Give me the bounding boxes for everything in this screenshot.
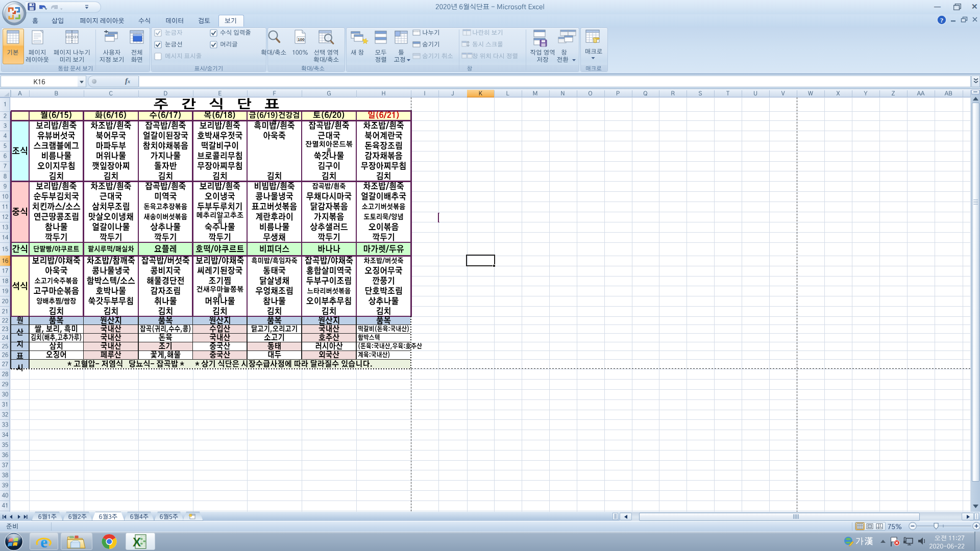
svg-text:100: 100 xyxy=(298,37,305,42)
